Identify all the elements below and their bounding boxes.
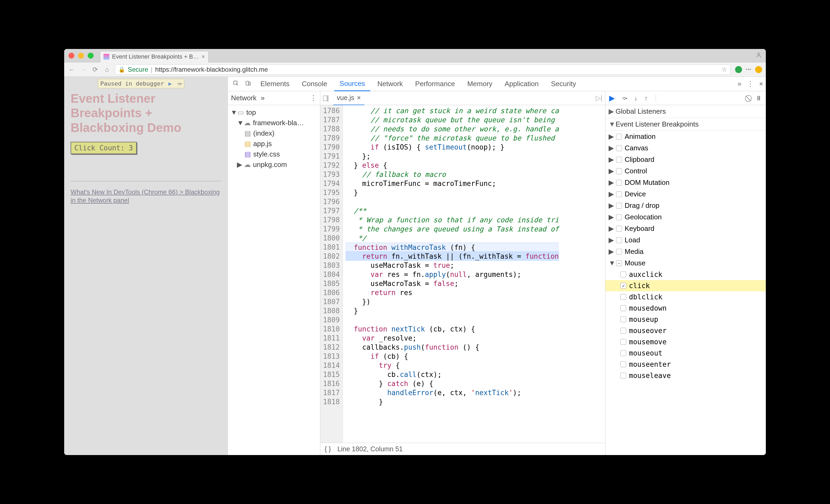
pretty-print-icon[interactable]: { } xyxy=(325,445,331,453)
checkbox-icon[interactable] xyxy=(616,145,622,151)
bp-category-drag-drop[interactable]: ▶Drag / drop xyxy=(605,200,766,211)
more-tabs-icon[interactable]: » xyxy=(737,80,741,88)
step-over-button[interactable]: ⤼ xyxy=(622,94,627,102)
bp-category-keyboard[interactable]: ▶Keyboard xyxy=(605,223,766,234)
devtools-body: Network » ⋮ ▼ ▭ top ▼ ☁ framewo xyxy=(228,91,766,455)
checkbox-icon[interactable] xyxy=(620,294,626,300)
browser-tab[interactable]: Event Listener Breakpoints + B… × xyxy=(100,51,209,62)
bp-event-mouseover[interactable]: mouseover xyxy=(605,325,766,336)
bp-event-mouseout[interactable]: mouseout xyxy=(605,347,766,359)
profile-avatar-icon[interactable] xyxy=(756,52,762,59)
checkbox-icon[interactable] xyxy=(616,191,622,197)
step-into-button[interactable]: ↓ xyxy=(634,94,637,102)
extension-icon-2[interactable] xyxy=(755,66,762,73)
bp-category-load[interactable]: ▶Load xyxy=(605,234,766,246)
bp-event-mousedown[interactable]: mousedown xyxy=(605,303,766,314)
footer-link[interactable]: What's New In DevTools (Chrome 66) > Bla… xyxy=(71,188,221,204)
checkbox-icon[interactable] xyxy=(616,157,622,163)
checkbox-icon[interactable] xyxy=(616,237,622,243)
pause-on-exceptions-icon[interactable]: ⏸ xyxy=(756,94,762,102)
checkbox-icon[interactable] xyxy=(620,350,626,356)
bp-event-mousemove[interactable]: mousemove xyxy=(605,336,766,347)
maximize-window-button[interactable] xyxy=(88,53,94,59)
extension-overflow[interactable]: ••• xyxy=(746,66,752,72)
devtools-tab-console[interactable]: Console xyxy=(296,77,332,91)
bp-category-dom-mutation[interactable]: ▶DOM Mutation xyxy=(605,177,766,188)
home-button[interactable]: ⌂ xyxy=(103,66,111,73)
resume-button[interactable]: ▶ xyxy=(609,94,615,102)
devtools-tab-elements[interactable]: Elements xyxy=(255,77,295,91)
bp-category-clipboard[interactable]: ▶Clipboard xyxy=(605,154,766,165)
bp-event-auxclick[interactable]: auxclick xyxy=(605,269,766,280)
bp-event-mouseup[interactable]: mouseup xyxy=(605,314,766,325)
tree-domain[interactable]: ▼ ☁ framework-bla… xyxy=(229,118,318,128)
navigator-menu-icon[interactable]: ⋮ xyxy=(310,94,317,102)
settings-menu-icon[interactable]: ⋮ xyxy=(747,80,754,88)
bookmark-star-icon[interactable]: ☆ xyxy=(722,66,727,73)
omnibox[interactable]: 🔒 Secure | https://framework-blackboxing… xyxy=(115,64,731,75)
inspect-element-icon[interactable] xyxy=(230,80,241,88)
tree-file-stylecss[interactable]: ▤ style.css xyxy=(229,149,318,159)
bp-category-control[interactable]: ▶Control xyxy=(605,165,766,177)
section-event-listener-breakpoints[interactable]: ▼Event Listener Breakpoints xyxy=(605,118,766,131)
checkbox-icon[interactable] xyxy=(620,272,626,277)
resume-overlay-button[interactable]: ▶ xyxy=(168,80,172,87)
checkbox-icon[interactable] xyxy=(620,316,626,322)
checkbox-icon[interactable] xyxy=(620,283,626,289)
reload-button[interactable]: ⟳ xyxy=(91,66,99,73)
checkbox-icon[interactable] xyxy=(620,361,626,367)
checkbox-icon[interactable] xyxy=(616,249,622,255)
bp-category-animation[interactable]: ▶Animation xyxy=(605,131,766,142)
bp-event-dblclick[interactable]: dblclick xyxy=(605,291,766,303)
checkbox-icon[interactable] xyxy=(616,180,622,186)
bp-category-device[interactable]: ▶Device xyxy=(605,188,766,200)
bp-category-media[interactable]: ▶Media xyxy=(605,246,766,257)
devtools-tab-sources[interactable]: Sources xyxy=(334,77,370,91)
close-file-tab-icon[interactable]: × xyxy=(357,94,361,102)
tree-top[interactable]: ▼ ▭ top xyxy=(229,107,318,118)
file-tab-vuejs[interactable]: vue.js × xyxy=(333,91,365,105)
step-out-button[interactable]: ↑ xyxy=(644,94,648,102)
close-window-button[interactable] xyxy=(68,53,74,59)
bp-category-geolocation[interactable]: ▶Geolocation xyxy=(605,211,766,223)
checkbox-icon[interactable] xyxy=(616,168,622,174)
checkbox-icon[interactable] xyxy=(616,203,622,209)
devtools-tab-network[interactable]: Network xyxy=(372,77,408,91)
bp-category-canvas[interactable]: ▶Canvas xyxy=(605,142,766,154)
toggle-navigator-icon[interactable]: ⎕| xyxy=(323,94,329,102)
step-over-overlay-button[interactable]: ⤼ xyxy=(177,80,182,87)
back-button[interactable]: ← xyxy=(68,66,75,73)
checkbox-icon[interactable] xyxy=(620,373,626,379)
checkbox-icon[interactable] xyxy=(616,226,622,232)
devtools-tab-application[interactable]: Application xyxy=(499,77,544,91)
extension-icon-1[interactable] xyxy=(735,66,742,73)
close-devtools-icon[interactable]: × xyxy=(759,80,763,88)
bp-event-mouseenter[interactable]: mouseenter xyxy=(605,359,766,370)
checkbox-icon[interactable] xyxy=(620,305,626,311)
devtools-tab-performance[interactable]: Performance xyxy=(410,77,460,91)
checkbox-icon[interactable] xyxy=(620,339,626,345)
checkbox-icon[interactable] xyxy=(616,134,622,139)
devtools-tab-security[interactable]: Security xyxy=(546,77,582,91)
paused-label: Paused in debugger xyxy=(100,80,164,87)
tree-external[interactable]: ▶ ☁ unpkg.com xyxy=(229,159,318,170)
checkbox-icon[interactable] xyxy=(616,214,622,220)
tree-file-index[interactable]: ▤ (index) xyxy=(229,128,318,138)
devtools-tab-memory[interactable]: Memory xyxy=(462,77,498,91)
navigator-tab-network[interactable]: Network xyxy=(231,94,256,102)
minimize-window-button[interactable] xyxy=(78,53,84,59)
forward-button[interactable]: → xyxy=(80,66,87,73)
navigator-more-icon[interactable]: » xyxy=(261,94,264,102)
code-area[interactable]: 1786178717881789179017911792179317941795… xyxy=(320,105,605,443)
run-snippet-icon[interactable]: ▷| xyxy=(596,94,603,102)
tree-file-appjs[interactable]: ▤ app.js xyxy=(229,138,318,149)
device-toggle-icon[interactable] xyxy=(243,80,254,88)
click-count-button[interactable]: Click Count: 3 xyxy=(71,142,137,154)
bp-category-mouse[interactable]: ▼Mouse xyxy=(605,257,766,269)
checkbox-icon[interactable] xyxy=(616,260,622,266)
bp-event-mouseleave[interactable]: mouseleave xyxy=(605,370,766,381)
section-global-listeners[interactable]: ▶Global Listeners xyxy=(605,105,766,118)
bp-event-click[interactable]: click xyxy=(605,280,766,291)
checkbox-icon[interactable] xyxy=(620,328,626,334)
close-tab-button[interactable]: × xyxy=(202,53,205,60)
